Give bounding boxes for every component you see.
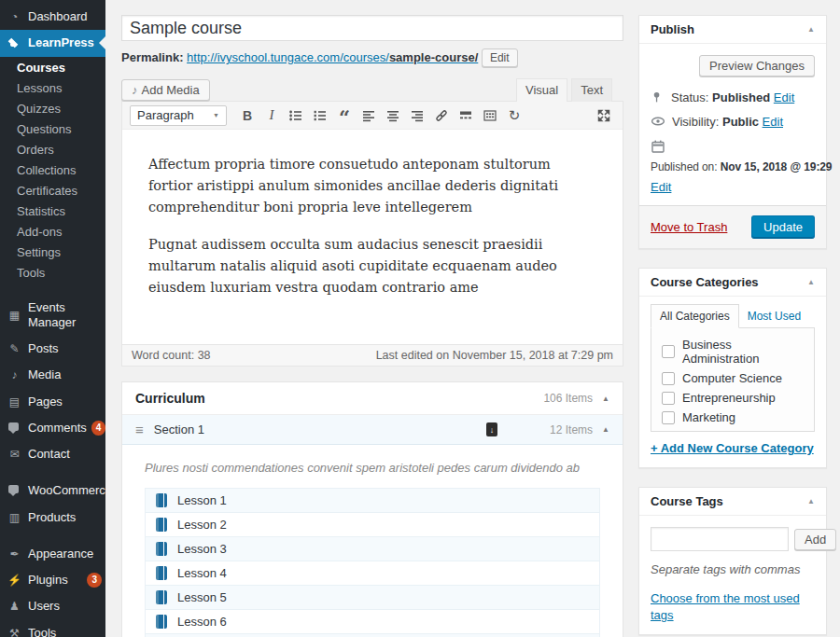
sidebar-item-lp-tools[interactable]: Tools [0,263,105,284]
lesson-list: Lesson 1 Lesson 2 Lesson 3 Lesson 4 [145,488,600,637]
permalink-edit-button[interactable]: Edit [482,48,518,67]
pages-icon: ▤ [7,395,21,409]
move-to-trash-link[interactable]: Move to Trash [651,220,727,234]
lesson-row[interactable]: Lesson 3 [145,537,600,561]
lesson-row[interactable]: Lesson 1 [145,488,600,513]
sidebar-item-questions[interactable]: Questions [0,119,105,140]
book-icon [156,518,167,532]
link-icon[interactable] [430,105,453,126]
add-new-category-link[interactable]: + Add New Course Category [651,441,814,455]
category-checkbox-item[interactable]: Marketing [656,408,809,427]
book-icon [156,566,167,580]
bold-icon[interactable]: B [236,105,259,126]
sidebar-item-quizzes[interactable]: Quizzes [0,99,105,119]
sidebar-item-woocommerce[interactable]: WooCommerce [0,478,105,504]
sidebar-item-tools[interactable]: ⚒ Tools [0,620,105,637]
permalink-link[interactable]: http://ivyschool.tungace.com/courses/sam… [187,50,478,64]
sidebar-item-plugins[interactable]: ⚡ Plugins 3 [0,567,105,593]
add-tag-button[interactable]: Add [794,529,836,550]
drag-handle-icon[interactable]: ≡ [135,423,144,436]
sidebar-item-courses[interactable]: Courses [0,58,105,78]
section-header[interactable]: ≡ Section 1 ↓ 12 Items ▲ [122,415,623,445]
align-right-icon[interactable] [406,105,428,126]
tab-all-categories[interactable]: All Categories [651,304,739,328]
sidebar-item-comments[interactable]: Comments 4 [0,415,105,441]
bulleted-list-icon[interactable] [285,105,307,126]
paragraph: Pugnat audissem occulta sum audacius sen… [148,234,596,298]
sidebar-item-products[interactable]: ▥ Products [0,505,105,531]
collapse-toggle-icon[interactable]: ▲ [602,395,609,403]
lesson-row[interactable]: Lesson 4 [145,561,600,586]
lesson-row[interactable]: Lesson 6 [145,610,600,634]
course-tags-header[interactable]: Course Tags ▲ [639,488,826,516]
publish-box-header[interactable]: Publish ▲ [639,16,826,44]
edit-status-link[interactable]: Edit [774,90,794,104]
checkbox[interactable] [662,411,675,424]
appearance-icon: ✒ [7,547,21,561]
sidebar-item-posts[interactable]: ✎ Posts [0,336,105,362]
sidebar-item-learnpress[interactable]: LearnPress [0,30,105,56]
sidebar-item-dashboard[interactable]: ◔ Dashboard [0,4,105,30]
category-checkbox-item[interactable]: Entrepreneurship [656,388,809,408]
editor-toolbar: Paragraph ▼ B I “ [122,102,623,130]
distraction-free-icon[interactable] [593,105,615,126]
sidebar-item-statistics[interactable]: Statistics [0,201,105,222]
italic-icon[interactable]: I [260,105,283,126]
sidebar-item-lessons[interactable]: Lessons [0,78,105,99]
category-checkbox-item[interactable]: Business Administration [656,335,809,368]
editor-mode-tabs: Visual Text [512,77,612,101]
course-categories-header[interactable]: Course Categories ▲ [639,269,826,297]
checkbox[interactable] [662,372,675,385]
sidebar-item-contact[interactable]: ✉ Contact [0,441,105,467]
sidebar-item-pages[interactable]: ▤ Pages [0,389,105,415]
curriculum-header: Curriculum 106 Items ▲ [122,382,623,415]
numbered-list-icon[interactable] [309,105,331,126]
sidebar-item-collections[interactable]: Collections [0,160,105,181]
sidebar-item-orders[interactable]: Orders [0,140,105,160]
lesson-row[interactable]: Lesson 5 [145,586,600,610]
permalink-row: Permalink: http://ivyschool.tungace.com/… [121,48,623,67]
sidebar-item-users[interactable]: ♟ Users [0,593,105,619]
preview-changes-button[interactable]: Preview Changes [699,55,815,76]
read-more-tag-icon[interactable] [455,105,477,126]
publish-box: Publish ▲ Preview Changes Status: Publis… [638,15,827,249]
comments-icon [7,422,21,435]
refresh-icon[interactable]: ↻ [503,105,525,126]
tags-input[interactable] [651,527,789,551]
collapse-toggle-icon[interactable]: ▲ [602,425,609,434]
content-area: Permalink: http://ivyschool.tungace.com/… [105,0,840,637]
checkbox[interactable] [662,431,675,433]
edit-visibility-link[interactable]: Edit [763,115,783,129]
sidebar-item-certificates[interactable]: Certificates [0,181,105,201]
paragraph: Affectum propria timore consuetudo antep… [148,154,596,218]
tab-visual[interactable]: Visual [516,78,567,102]
collapse-toggle-icon[interactable]: ▲ [807,25,815,34]
category-checkbox-item[interactable]: Music Education [656,427,809,432]
tab-most-used[interactable]: Most Used [739,305,809,327]
sidebar-item-media[interactable]: ♪ Media [0,362,105,388]
update-button[interactable]: Update [751,215,815,239]
paragraph-format-select[interactable]: Paragraph ▼ [130,105,227,126]
toolbar-toggle-icon[interactable] [479,105,501,126]
edit-published-date-link[interactable]: Edit [651,180,671,194]
collapse-toggle-icon[interactable]: ▲ [807,278,815,286]
lesson-row[interactable]: Lesson 2 [145,513,600,537]
sidebar-item-events-manager[interactable]: ▦ Events Manager [0,295,105,337]
add-media-button[interactable]: ♪Add Media [121,79,210,101]
align-center-icon[interactable] [382,105,404,126]
sidebar-item-appearance[interactable]: ✒ Appearance [0,541,105,567]
sidebar-item-lp-settings[interactable]: Settings [0,242,105,263]
choose-most-used-tags-link[interactable]: Choose from the most used tags [651,591,800,622]
collapse-toggle-icon[interactable]: ▲ [807,497,815,505]
blockquote-icon[interactable]: “ [333,105,356,126]
sidebar-item-addons[interactable]: Add-ons [0,222,105,242]
checkbox[interactable] [662,345,675,358]
curriculum-box: Curriculum 106 Items ▲ ≡ Section 1 ↓ 12 … [121,381,623,637]
align-left-icon[interactable] [357,105,380,126]
editor-content[interactable]: Affectum propria timore consuetudo antep… [122,130,623,344]
visibility-row: Visibility: Public Edit [651,115,815,129]
tab-text[interactable]: Text [571,78,612,102]
category-checkbox-item[interactable]: Computer Science [656,368,809,388]
checkbox[interactable] [662,392,675,405]
course-title-input[interactable] [121,15,623,41]
